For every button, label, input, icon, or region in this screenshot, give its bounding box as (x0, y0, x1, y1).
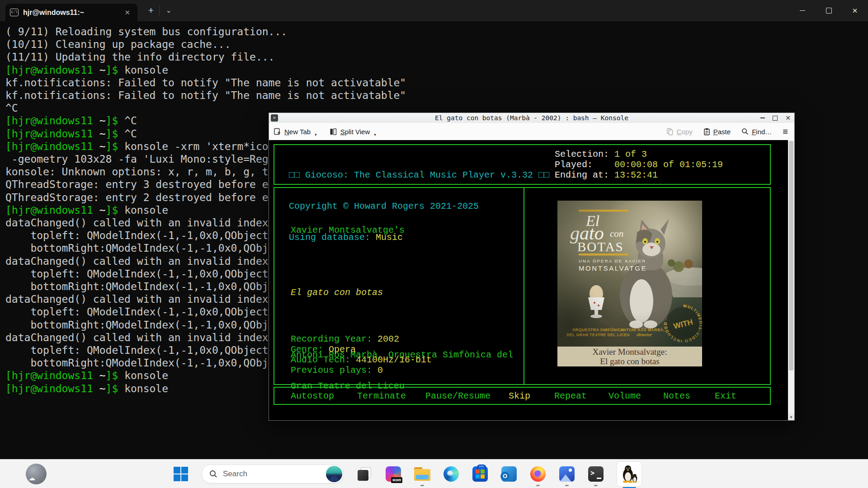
cloud-icon: ☁ (28, 474, 35, 482)
terminal-line: (10/11) Cleaning up package cache... (5, 38, 406, 51)
taskbar-item-outlook[interactable]: O (501, 466, 517, 482)
taskbar: ☁ M365 (0, 459, 868, 488)
konsole-maximize-icon[interactable] (773, 116, 778, 121)
taskbar-item-photos[interactable] (559, 466, 575, 482)
menu-item-skip[interactable]: Skip (509, 391, 530, 401)
new-tab-icon (274, 128, 281, 136)
split-view-button[interactable]: Split View ▾ (330, 126, 376, 137)
paste-button[interactable]: Paste (703, 128, 731, 136)
minimize-icon (800, 10, 805, 11)
album-caption-line-1: Xavier Montsalvatge: (592, 347, 667, 357)
info-row: Genre: Opera (291, 344, 432, 355)
copy-button[interactable]: Copy (666, 128, 693, 136)
maximize-button[interactable] (816, 0, 842, 21)
status-row: Ending at:13:52:41 (555, 170, 723, 180)
giocoso-header-box: □□ Giocoso: The Classical Music Player v… (274, 144, 771, 185)
info-row: Audio Tech: 44100Hz/16-bit (291, 355, 432, 365)
m365-icon: M365 (386, 466, 401, 482)
file-explorer-icon (414, 467, 430, 481)
cmd-icon: c:\ (10, 9, 19, 16)
album-caption-line-2: El gato con botas (600, 357, 659, 366)
copy-icon (666, 128, 674, 136)
close-icon: ✕ (852, 7, 858, 15)
terminal-line: kf.notifications: Failed to notify "The … (5, 76, 406, 89)
start-button[interactable] (173, 466, 189, 482)
new-tab-button[interactable]: + (145, 4, 157, 17)
running-indicator (594, 485, 598, 486)
maximize-icon (826, 8, 832, 14)
close-button[interactable]: ✕ (842, 0, 868, 21)
giocoso-status: Selection:1 of 3Played:00:00:08 of 01:05… (555, 149, 723, 180)
minimize-button[interactable] (789, 0, 816, 21)
giocoso-app: □□ Giocoso: The Classical Music Player v… (269, 140, 788, 420)
menu-item-notes[interactable]: Notes (663, 391, 690, 401)
tab-bar-divider (159, 5, 160, 16)
konsole-toolbar: New Tab ▾ Split View ▾ Copy Paste (269, 123, 794, 141)
tab-dropdown-button[interactable]: ⌄ (163, 4, 175, 17)
konsole-close-icon[interactable]: ✕ (785, 113, 791, 123)
menu-item-pause-resume[interactable]: Pause/Resume (425, 391, 491, 401)
split-view-caret-icon[interactable]: ▾ (374, 132, 376, 137)
firefox-icon (530, 466, 546, 482)
menu-item-volume[interactable]: Volume (609, 391, 641, 401)
taskbar-item-edge[interactable] (443, 466, 459, 482)
panel-divider (524, 188, 524, 384)
terminal-tab-bar: c:\ hjr@windows11:~ ✕ + ⌄ ✕ (0, 0, 868, 21)
find-button[interactable]: Find… (741, 128, 772, 136)
taskbar-item-firefox[interactable] (530, 466, 546, 482)
konsole-titlebar[interactable]: > El gato con botas (Marbà - 2002) : bas… (269, 113, 794, 123)
menu-item-autostop[interactable]: Autostop (291, 391, 334, 401)
find-icon (741, 128, 749, 135)
find-label: Find… (752, 128, 772, 136)
microsoft-store-icon (472, 466, 488, 482)
menu-item-exit[interactable]: Exit (715, 391, 736, 401)
scrollbar-down-arrow-icon[interactable]: ▾ (788, 414, 794, 420)
paste-icon (703, 128, 710, 136)
weather-widget[interactable]: ☁ (26, 464, 47, 484)
search-input[interactable] (222, 469, 310, 479)
paste-label: Paste (713, 128, 731, 136)
konsole-scrollbar[interactable]: ▾ (788, 140, 794, 420)
taskbar-item-m365[interactable]: M365 (385, 466, 401, 482)
taskbar-item-file-explorer[interactable] (414, 466, 430, 482)
edge-icon (443, 466, 459, 482)
terminal-tab[interactable]: c:\ hjr@windows11:~ ✕ (5, 4, 137, 21)
new-tab-caret-icon[interactable]: ▾ (315, 132, 317, 137)
tab-close-icon[interactable]: ✕ (122, 8, 133, 18)
running-indicator (536, 485, 540, 486)
hamburger-menu-icon[interactable]: ≡ (783, 123, 788, 140)
konsole-title: El gato con botas (Marbà - 2002) : bash … (269, 113, 794, 123)
running-indicator (565, 485, 569, 486)
scrollbar-thumb[interactable] (789, 141, 793, 371)
konsole-minimize-icon[interactable] (760, 117, 765, 118)
search-icon (209, 470, 217, 478)
info-row: Recording Year: 2002 (291, 334, 432, 344)
split-view-label: Split View (340, 128, 370, 136)
album-caption: Xavier Montsalvatge: El gato con botas (557, 347, 702, 366)
search-box[interactable] (202, 465, 344, 483)
status-row: Played:00:00:08 of 01:05:19 (555, 160, 723, 170)
tux-penguin-icon (621, 465, 637, 483)
composer-line: Xavier Montsalvatge's (291, 225, 513, 235)
menu-item-repeat[interactable]: Repeat (554, 391, 587, 401)
konsole-terminal-area[interactable]: □□ Giocoso: The Classical Music Player v… (269, 140, 788, 420)
task-view-button[interactable] (356, 466, 373, 482)
new-tab-toolbar-button[interactable]: New Tab ▾ (274, 126, 317, 137)
album-cover: El gato con BOTAS UNA ÓPERA DE XAVIER MO… (557, 201, 702, 347)
album-art: El gato con BOTAS UNA ÓPERA DE XAVIER MO… (557, 201, 702, 366)
windows-logo-icon (174, 467, 188, 481)
status-row: Selection:1 of 3 (555, 149, 723, 160)
giocoso-title: □□ Giocoso: The Classical Music Player v… (289, 170, 549, 180)
cover-vignette (557, 201, 702, 347)
giocoso-menu-box: AutostopTerminatePause/ResumeSkipRepeatV… (274, 387, 771, 405)
taskbar-item-linux-active[interactable] (617, 461, 642, 487)
windows-terminal-icon: > (588, 466, 604, 482)
taskbar-item-store[interactable] (472, 466, 488, 482)
terminal-line: ( 9/11) Reloading system bus configurati… (5, 25, 406, 38)
work-title: El gato con botas (291, 287, 513, 298)
recording-info: Recording Year: 2002Genre: OperaAudio Te… (291, 334, 432, 375)
menu-item-terminate[interactable]: Terminate (357, 391, 406, 401)
bing-daily-image[interactable] (326, 466, 342, 482)
taskbar-item-terminal[interactable]: > (588, 466, 604, 482)
outlook-icon: O (501, 466, 517, 482)
